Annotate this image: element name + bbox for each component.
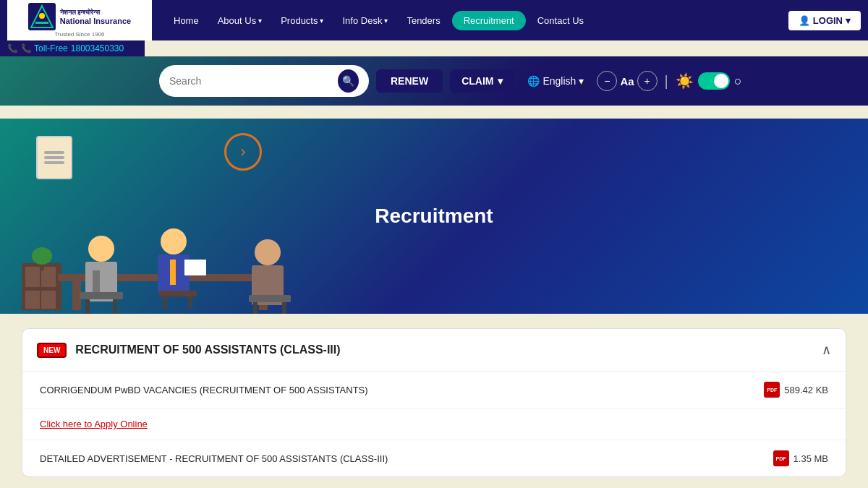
svg-rect-8 [41,291,56,309]
infodesk-chevron-icon: ▾ [384,17,388,25]
svg-rect-19 [170,260,176,285]
accordion-1-header[interactable]: NEW RECRUITMENT OF 500 ASSISTANTS (CLASS… [22,329,846,371]
accordion-1-chevron-icon: ∧ [822,342,831,358]
svg-rect-25 [80,292,123,299]
search-button[interactable]: 🔍 [338,69,359,93]
row-size-1: PDF 589.42 KB [764,382,828,398]
nav-recruitment[interactable]: Recruitment [452,11,526,30]
svg-point-21 [255,239,281,265]
svg-point-14 [88,236,114,262]
search-input[interactable] [169,75,338,87]
logo-emblem-icon [28,3,56,30]
svg-point-2 [39,13,45,19]
nav-home[interactable]: Home [166,11,206,30]
globe-icon: 🌐 [527,75,540,87]
row-size-3: PDF 1.35 MB [773,450,828,466]
language-selector[interactable]: 🌐 English ▾ [522,72,590,90]
apply-online-link[interactable]: Click here to Apply Online [40,419,148,429]
svg-rect-5 [25,267,40,287]
accordion-1-title: RECRUITMENT OF 500 ASSISTANTS (CLASS-III… [75,343,340,356]
font-controls: − Aa + [597,71,657,91]
login-chevron-icon: ▾ [846,15,851,26]
about-chevron-icon: ▾ [258,17,262,25]
renew-button[interactable]: RENEW [376,69,443,93]
accordion-1-body: CORRIGENDUM PwBD VACANCIES (RECRUITMENT … [22,371,846,476]
theme-toggle[interactable] [698,72,730,90]
products-chevron-icon: ▾ [320,17,323,25]
svg-rect-28 [249,295,291,302]
hero-section: › [0,119,868,314]
svg-point-17 [161,228,187,254]
content-area: NEW RECRUITMENT OF 500 ASSISTANTS (CLASS… [0,314,868,488]
nav-links: Home About Us ▾ Products ▾ Info Desk ▾ T… [166,11,788,30]
claim-chevron-icon: ▾ [498,75,503,87]
nav-infodesk[interactable]: Info Desk ▾ [335,11,395,30]
table-row[interactable]: Click here to Apply Online [22,408,846,440]
lang-chevron-icon: ▾ [579,75,584,87]
search-box: 🔍 [159,65,369,97]
font-increase-button[interactable]: + [637,71,658,91]
tollfree-bar: 📞 📞 Toll-Free 18003450330 [0,40,145,56]
logo-area: नेशनल इन्श्योरेन्स National Insurance Tr… [7,0,152,40]
login-button[interactable]: 👤 LOGIN ▾ [788,11,861,30]
divider: | [665,73,668,90]
nav-products[interactable]: Products ▾ [273,11,331,30]
hero-title: Recruitment [375,205,493,228]
user-icon: 👤 [799,15,810,26]
svg-point-10 [32,247,52,265]
row-label-3: DETAILED ADVERTISEMENT - RECRUITMENT OF … [40,453,388,464]
hero-illustration [0,126,333,314]
nav-about[interactable]: About Us ▾ [210,11,269,30]
accordion-1-badge: NEW [37,343,67,358]
svg-rect-20 [184,260,206,275]
logo-english-text: National Insurance [60,17,131,25]
table-row: DETAILED ADVERTISEMENT - RECRUITMENT OF … [22,440,846,476]
phone-icon: 📞 [7,43,18,53]
navbar: नेशनल इन्श्योरेन्स National Insurance Tr… [0,0,868,40]
svg-rect-3 [35,22,48,24]
moon-icon: ○ [734,74,742,89]
toggle-knob [714,74,728,88]
row-label-1: CORRIGENDUM PwBD VACANCIES (RECRUITMENT … [40,385,368,395]
nav-contact[interactable]: Contact Us [530,11,591,30]
nav-tenders[interactable]: Tenders [399,11,447,30]
pdf-icon-3: PDF [773,450,789,466]
claim-button[interactable]: CLAIM ▾ [450,69,514,93]
svg-rect-7 [25,291,40,309]
theme-controls: ☀️ ○ [676,72,742,90]
svg-rect-31 [159,291,197,296]
sun-icon: ☀️ [676,72,694,90]
pdf-icon-1: PDF [764,382,780,398]
toolbar: 🔍 RENEW CLAIM ▾ 🌐 English ▾ − Aa + | ☀️ … [0,56,868,106]
search-icon: 🔍 [342,75,354,87]
font-size-label: Aa [620,75,634,87]
logo-hindi-text: नेशनल इन्श्योरेन्स [60,9,131,17]
font-decrease-button[interactable]: − [597,71,617,91]
accordion-1: NEW RECRUITMENT OF 500 ASSISTANTS (CLASS… [22,328,846,477]
table-row: CORRIGENDUM PwBD VACANCIES (RECRUITMENT … [22,372,846,408]
logo-trusted-text: Trusted Since 1906 [54,31,104,38]
